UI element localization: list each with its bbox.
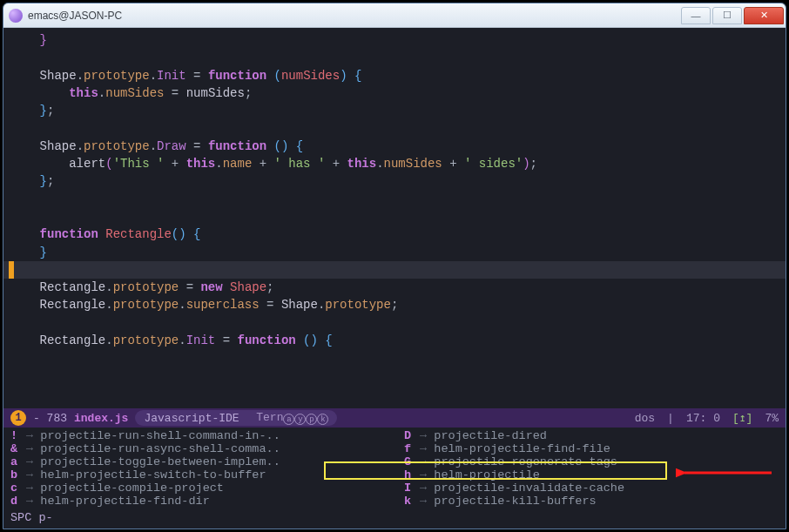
- wk-command: projectile-invalidate-cache: [434, 481, 624, 495]
- titlebar[interactable]: emacs@JASON-PC — ☐ ✕: [3, 3, 786, 28]
- wk-key[interactable]: G: [404, 455, 413, 468]
- major-mode-pill[interactable]: Javascript-IDE Ternaypk: [135, 410, 337, 426]
- wk-key[interactable]: &: [10, 442, 19, 455]
- close-button[interactable]: ✕: [744, 7, 784, 24]
- wk-key[interactable]: b: [10, 468, 19, 481]
- vc-up-icon: ↥: [739, 412, 746, 425]
- wk-key[interactable]: D: [404, 429, 413, 442]
- wk-command: helm-projectile: [434, 468, 540, 481]
- wk-command: projectile-kill-buffers: [434, 495, 596, 508]
- buffer-name[interactable]: index.js: [74, 412, 128, 425]
- wk-key[interactable]: a: [10, 455, 19, 468]
- wk-key[interactable]: c: [10, 481, 19, 495]
- wk-key[interactable]: h: [404, 468, 413, 481]
- window-number-badge: 1: [10, 410, 26, 426]
- wk-key[interactable]: f: [404, 442, 413, 455]
- which-key-column-right: D → projectile-dired f → helm-projectile…: [404, 429, 779, 508]
- cursor-line: [3, 261, 786, 279]
- code-editor[interactable]: } Shape.prototype.Init = function (numSi…: [3, 28, 786, 408]
- modeline: 1 - 783 index.js Javascript-IDE Ternaypk…: [3, 408, 786, 428]
- minibuffer[interactable]: SPC p-: [3, 511, 786, 529]
- wk-command: projectile-dired: [434, 429, 547, 442]
- window-controls: — ☐ ✕: [679, 7, 784, 24]
- wk-command: projectile-run-async-shell-comma..: [40, 442, 280, 455]
- code-line: }: [10, 33, 47, 47]
- wk-command: helm-projectile-switch-to-buffer: [40, 468, 266, 481]
- wk-key[interactable]: k: [404, 495, 413, 508]
- wk-command: projectile-regenerate-tags: [434, 455, 617, 468]
- maximize-button[interactable]: ☐: [712, 7, 742, 24]
- wk-command: helm-projectile-find-dir: [40, 495, 209, 508]
- wk-key[interactable]: d: [10, 495, 19, 508]
- emacs-window: emacs@JASON-PC — ☐ ✕ } Shape.prototype.I…: [3, 3, 786, 529]
- wk-command: projectile-toggle-between-implem..: [40, 455, 280, 468]
- scroll-percent: 7%: [765, 412, 779, 425]
- which-key-panel: ! → projectile-run-shell-command-in-.. &…: [3, 428, 786, 511]
- wk-command: helm-projectile-find-file: [434, 442, 610, 455]
- file-encoding: dos: [635, 412, 655, 425]
- line-indicator: - 783: [33, 412, 67, 425]
- minimize-button[interactable]: —: [681, 7, 711, 24]
- wk-command: projectile-run-shell-command-in-..: [40, 429, 280, 442]
- wk-key[interactable]: I: [404, 481, 413, 495]
- minibuffer-text: SPC p-: [10, 511, 53, 524]
- cursor-position: 17: 0: [686, 412, 720, 425]
- wk-key[interactable]: !: [10, 429, 19, 442]
- which-key-column-left: ! → projectile-run-shell-command-in-.. &…: [10, 429, 385, 508]
- emacs-icon: [9, 9, 23, 23]
- window-title: emacs@JASON-PC: [28, 10, 122, 22]
- wk-command: projectile-compile-project: [40, 481, 224, 495]
